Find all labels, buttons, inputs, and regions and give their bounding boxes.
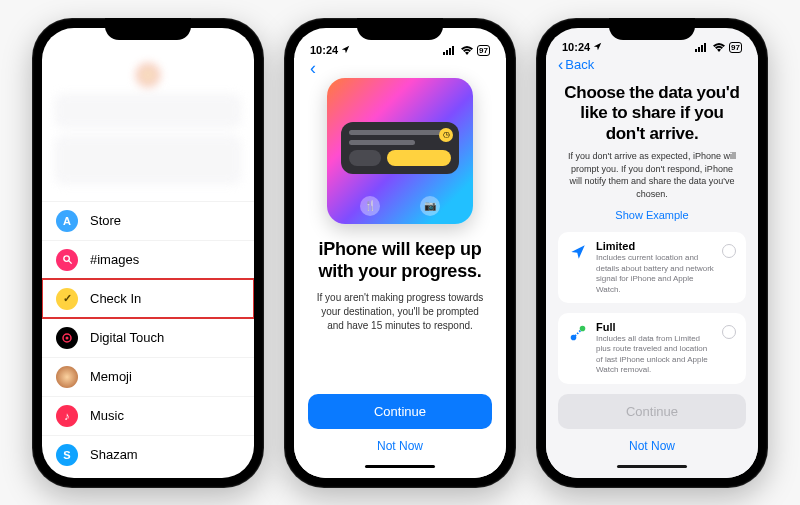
memoji-icon [56,366,78,388]
signal-icon [443,46,457,55]
svg-rect-7 [452,46,454,55]
status-time: 10:24 [310,44,338,56]
status-time: 10:24 [562,41,590,53]
svg-point-13 [581,327,585,331]
continue-button[interactable]: Continue [308,394,492,429]
svg-rect-8 [695,49,697,52]
option-title: Full [596,321,714,333]
location-arrow-icon [568,242,588,262]
notch [357,18,443,40]
home-indicator[interactable] [617,465,687,468]
option-full[interactable]: Full Includes all data from Limited plus… [558,313,746,384]
svg-rect-4 [443,52,445,55]
svg-point-12 [572,336,576,340]
shazam-icon: S [56,444,78,466]
option-description: Includes current location and details ab… [596,253,714,295]
menu-label: Store [90,213,121,228]
check-in-widget-preview: ◷ 🍴 📷 [327,78,473,224]
show-example-button[interactable]: Show Example [558,208,746,222]
option-description: Includes all data from Limited plus rout… [596,334,714,376]
continue-button: Continue [558,394,746,429]
utensils-icon: 🍴 [360,196,380,216]
menu-label: Shazam [90,447,138,462]
battery-icon: 97 [729,42,742,53]
notch [609,18,695,40]
page-subtitle: If you don't arrive as expected, iPhone … [558,150,746,200]
notch [105,18,191,40]
menu-item-images[interactable]: #images [42,240,254,279]
not-now-button[interactable]: Not Now [621,431,683,461]
location-icon [593,42,602,51]
wifi-icon [713,43,725,52]
svg-rect-5 [446,50,448,55]
back-button[interactable]: ‹ Back [558,57,594,73]
phone-frame-1: A Store #images ✓ Check In Digital Touch [32,18,264,488]
camera-icon: 📷 [420,196,440,216]
signal-icon [695,43,709,52]
svg-line-1 [68,261,71,264]
svg-rect-10 [701,45,703,52]
screen-1: A Store #images ✓ Check In Digital Touch [42,28,254,478]
menu-label: Check In [90,291,141,306]
page-subtitle: If you aren't making progress towards yo… [308,291,492,333]
option-title: Limited [596,240,714,252]
menu-item-memoji[interactable]: Memoji [42,357,254,396]
location-icon [341,45,350,54]
phone-frame-2: 10:24 97 ‹ [284,18,516,488]
menu-item-digital-touch[interactable]: Digital Touch [42,318,254,357]
back-button[interactable]: ‹ [308,59,318,77]
svg-rect-11 [704,43,706,52]
check-in-icon: ✓ [56,288,78,310]
screen-3: 10:24 97 ‹ Back [546,28,758,478]
svg-point-3 [66,336,69,339]
menu-label: Memoji [90,369,132,384]
menu-item-check-in[interactable]: ✓ Check In [42,279,254,318]
svg-point-0 [63,256,69,262]
phone-frame-3: 10:24 97 ‹ Back [536,18,768,488]
radio-unchecked[interactable] [722,325,736,339]
menu-label: Music [90,408,124,423]
svg-rect-9 [698,47,700,52]
page-title: iPhone will keep up with your progress. [314,238,486,283]
wifi-icon [461,46,473,55]
home-indicator[interactable] [365,465,435,468]
clock-icon: ◷ [439,128,453,142]
page-title: Choose the data you'd like to share if y… [562,83,742,144]
route-icon [568,323,588,343]
music-icon: ♪ [56,405,78,427]
radio-unchecked[interactable] [722,244,736,258]
svg-rect-6 [449,48,451,55]
images-icon [56,249,78,271]
battery-icon: 97 [477,45,490,56]
store-icon: A [56,210,78,232]
not-now-button[interactable]: Not Now [369,431,431,461]
option-limited[interactable]: Limited Includes current location and de… [558,232,746,303]
digital-touch-icon [56,327,78,349]
menu-item-store[interactable]: A Store [42,201,254,240]
imessage-app-menu: A Store #images ✓ Check In Digital Touch [42,197,254,478]
blurred-conversation-header [42,53,254,197]
menu-label: Digital Touch [90,330,164,345]
menu-item-shazam[interactable]: S Shazam [42,435,254,474]
menu-item-music[interactable]: ♪ Music [42,396,254,435]
screen-2: 10:24 97 ‹ [294,28,506,478]
chevron-left-icon: ‹ [558,57,563,73]
menu-label: #images [90,252,139,267]
